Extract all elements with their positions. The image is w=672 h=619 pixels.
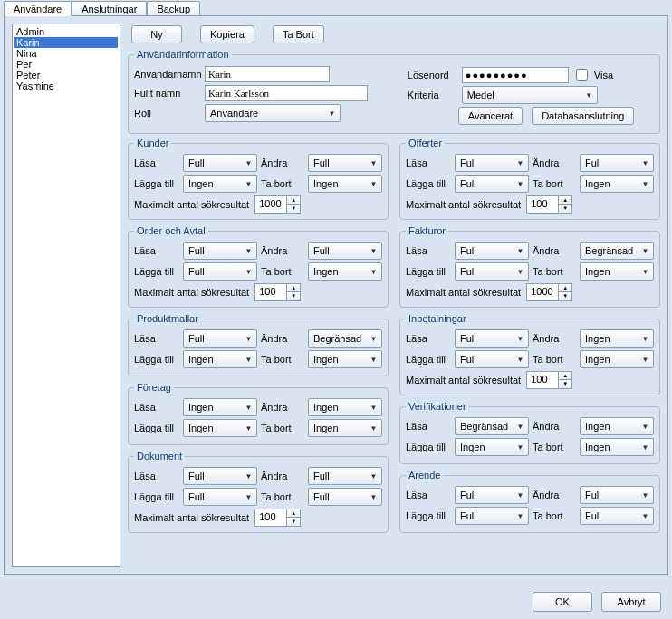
user-list-item[interactable]: Admin: [14, 26, 118, 37]
kunder-del-select[interactable]: Ingen ▼: [308, 175, 382, 193]
copy-button[interactable]: Kopiera: [200, 25, 254, 43]
password-field[interactable]: [462, 67, 569, 83]
add-label: Lägga till: [406, 442, 451, 452]
offerter-del-select[interactable]: Ingen ▼: [580, 175, 654, 193]
foretag-edit-select[interactable]: Ingen ▼: [308, 398, 382, 416]
spin-down-icon[interactable]: ▼: [559, 380, 571, 388]
user-list-item[interactable]: Per: [14, 59, 118, 70]
dokument-read-select[interactable]: Full ▼: [183, 467, 257, 485]
inbetalningar-add-select[interactable]: Full ▼: [455, 350, 529, 368]
advanced-button[interactable]: Avancerat: [458, 107, 523, 125]
database-connection-button[interactable]: Databasanslutning: [532, 107, 634, 125]
arende-edit-select[interactable]: Full ▼: [580, 486, 654, 504]
inbetalningar-edit-select[interactable]: Ingen ▼: [580, 329, 654, 348]
chevron-down-icon: ▼: [368, 404, 379, 412]
offerter-read-select[interactable]: Full ▼: [455, 154, 529, 172]
order-add-select[interactable]: Full ▼: [183, 262, 257, 281]
delete-label: Ta bort: [261, 354, 304, 365]
new-button[interactable]: Ny: [131, 25, 182, 43]
spin-down-icon[interactable]: ▼: [559, 292, 571, 300]
foretag-del-select[interactable]: Ingen ▼: [308, 419, 382, 437]
dokument-add-select[interactable]: Full ▼: [183, 488, 257, 506]
spin-up-icon[interactable]: ▲: [287, 196, 300, 205]
order-edit-select[interactable]: Full ▼: [308, 242, 382, 260]
verifikationer-del-select[interactable]: Ingen ▼: [580, 438, 654, 456]
kunder-read-select[interactable]: Full ▼: [183, 154, 257, 172]
fakturor-max-spin[interactable]: 1000 ▲▼: [526, 283, 572, 301]
chevron-down-icon: ▼: [326, 110, 338, 118]
max-results-label: Maximalt antal sökresultat: [406, 199, 521, 210]
chevron-down-icon: ▼: [243, 268, 254, 276]
user-list-item[interactable]: Yasmine: [14, 81, 118, 91]
offerter-edit-select[interactable]: Full ▼: [580, 154, 654, 172]
spin-up-icon[interactable]: ▲: [287, 284, 300, 292]
offerter-max-spin[interactable]: 100 ▲▼: [526, 195, 572, 214]
tab-anslutningar[interactable]: Anslutningar: [72, 1, 147, 16]
order-read-select[interactable]: Full ▼: [183, 242, 257, 260]
delete-button[interactable]: Ta Bort: [273, 25, 324, 43]
produktmallar-read-select[interactable]: Full ▼: [183, 329, 257, 348]
verifikationer-add-select[interactable]: Ingen ▼: [455, 438, 529, 456]
chevron-down-icon: ▼: [583, 91, 595, 100]
spin-up-icon[interactable]: ▲: [559, 372, 571, 380]
spin-up-icon[interactable]: ▲: [287, 509, 300, 518]
kunder-add-select[interactable]: Ingen ▼: [183, 175, 257, 193]
dokument-del-select[interactable]: Full ▼: [308, 488, 382, 506]
chevron-down-icon: ▼: [368, 268, 379, 276]
edit-label: Ändra: [261, 157, 304, 168]
produktmallar-del-select[interactable]: Ingen ▼: [308, 350, 382, 368]
foretag-read-select[interactable]: Ingen ▼: [183, 398, 257, 416]
chevron-down-icon: ▼: [243, 404, 254, 412]
kunder-edit-select[interactable]: Full ▼: [308, 154, 382, 172]
fakturor-edit-select[interactable]: Begränsad ▼: [580, 242, 654, 260]
inbetalningar-read-select[interactable]: Full ▼: [455, 329, 529, 348]
fakturor-add-select[interactable]: Full ▼: [455, 262, 529, 281]
user-list-item[interactable]: Karin: [14, 37, 118, 48]
arende-add-select[interactable]: Full ▼: [455, 507, 529, 525]
ok-button[interactable]: OK: [533, 592, 592, 612]
chevron-down-icon: ▼: [514, 356, 526, 364]
read-label: Läsa: [134, 333, 179, 344]
spin-up-icon[interactable]: ▲: [559, 284, 571, 292]
chevron-down-icon: ▼: [368, 493, 379, 501]
spin-down-icon[interactable]: ▼: [559, 205, 571, 213]
tab-användare[interactable]: Användare: [4, 1, 72, 16]
user-list-item[interactable]: Nina: [14, 48, 118, 59]
dokument-edit-select[interactable]: Full ▼: [308, 467, 382, 485]
spin-down-icon[interactable]: ▼: [287, 518, 300, 526]
read-label: Läsa: [134, 471, 179, 481]
fullname-field[interactable]: [205, 85, 368, 101]
inbetalningar-del-select[interactable]: Ingen ▼: [580, 350, 654, 368]
verifikationer-read-select[interactable]: Begränsad ▼: [455, 417, 529, 435]
arende-read-select[interactable]: Full ▼: [455, 486, 529, 504]
chevron-down-icon: ▼: [514, 180, 526, 188]
fakturor-read-select[interactable]: Full ▼: [455, 242, 529, 260]
order-del-select[interactable]: Ingen ▼: [308, 262, 382, 281]
kunder-max-spin[interactable]: 1000 ▲▼: [254, 195, 301, 214]
produktmallar-add-select[interactable]: Ingen ▼: [183, 350, 257, 368]
cancel-button[interactable]: Avbryt: [601, 592, 661, 612]
arende-del-select[interactable]: Full ▼: [580, 507, 654, 525]
show-password-checkbox[interactable]: [576, 69, 588, 81]
edit-label: Ändra: [261, 471, 304, 481]
tab-backup[interactable]: Backup: [147, 1, 200, 16]
inbetalningar-max-spin[interactable]: 100 ▲▼: [526, 371, 572, 389]
verifikationer-edit-select[interactable]: Ingen ▼: [580, 417, 654, 435]
username-field[interactable]: [205, 66, 330, 82]
fakturor-del-select[interactable]: Ingen ▼: [580, 262, 654, 281]
chevron-down-icon: ▼: [514, 159, 526, 167]
user-list-item[interactable]: Peter: [14, 70, 118, 81]
user-list[interactable]: AdminKarinNinaPerPeterYasmine: [12, 24, 120, 567]
produktmallar-edit-select[interactable]: Begränsad ▼: [308, 329, 382, 348]
criteria-select[interactable]: Medel ▼: [462, 86, 598, 104]
offerter-add-select[interactable]: Full ▼: [455, 175, 529, 193]
foretag-add-select[interactable]: Ingen ▼: [183, 419, 257, 437]
order-max-spin[interactable]: 100 ▲▼: [254, 283, 301, 301]
spin-down-icon[interactable]: ▼: [287, 205, 300, 213]
max-results-label: Maximalt antal sökresultat: [134, 199, 249, 210]
chevron-down-icon: ▼: [368, 335, 379, 343]
spin-down-icon[interactable]: ▼: [287, 292, 300, 300]
role-select[interactable]: Användare ▼: [205, 104, 341, 122]
dokument-max-spin[interactable]: 100 ▲▼: [254, 509, 301, 527]
spin-up-icon[interactable]: ▲: [559, 196, 571, 205]
